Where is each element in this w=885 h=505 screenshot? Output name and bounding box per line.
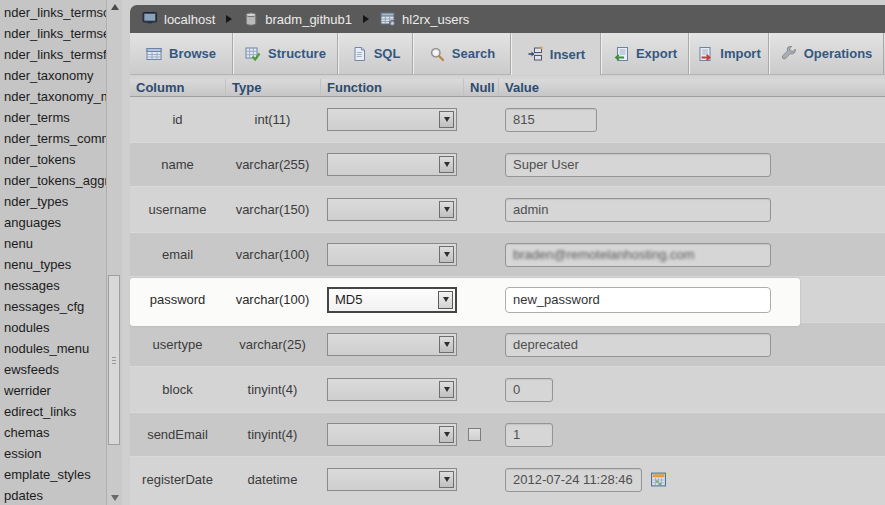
function-select[interactable] [327,243,457,266]
chevron-down-icon[interactable] [439,201,454,218]
table-icon [380,11,396,27]
value-input-text: new_password [513,292,600,307]
tab-import[interactable]: Import [689,33,769,74]
chevron-down-icon[interactable] [439,246,454,263]
calendar-icon[interactable] [650,471,667,488]
browse-icon [146,46,162,62]
tab-label: Browse [169,46,216,61]
column-name-label: name [130,157,225,172]
scrollbar-thumb[interactable] [108,275,120,445]
column-type-label: datetime [225,472,320,487]
value-input[interactable]: deprecated [505,333,771,357]
main-panel: localhost bradm_github1 hl2rx_users Brow… [130,0,885,505]
sidebar-table-item[interactable]: nder_terms_comn [4,128,106,149]
chevron-down-icon[interactable] [439,336,454,353]
breadcrumb-database[interactable]: bradm_github1 [243,11,352,27]
sidebar-table-item[interactable]: nder_links_termse [4,23,106,44]
scroll-up-icon[interactable] [107,0,122,14]
sidebar-table-item[interactable]: edirect_links [4,401,106,422]
function-select[interactable]: MD5 [327,287,457,313]
value-input[interactable]: 1 [505,423,553,447]
function-select[interactable] [327,153,457,176]
value-input[interactable]: Super User [505,153,771,177]
tab-label: Import [720,46,760,61]
sidebar-table-item[interactable]: nder_types [4,191,106,212]
chevron-down-icon[interactable] [439,381,454,398]
sidebar-scrollbar[interactable] [106,0,122,505]
header-type: Type [225,79,320,96]
sidebar-table-item[interactable]: nenu_types [4,254,106,275]
sidebar-table-item[interactable]: nder_links_termsf [4,44,106,65]
chevron-down-icon[interactable] [439,156,454,173]
column-name-label: email [130,247,225,262]
tab-search[interactable]: Search [413,33,511,74]
value-input[interactable]: admin [505,198,771,222]
sidebar-table-item[interactable]: chemas [4,422,106,443]
function-select[interactable] [327,108,457,131]
form-header-row: Column Type Function Null Value [130,79,885,97]
function-select[interactable] [327,333,457,356]
value-input-text: deprecated [513,337,578,352]
scroll-down-icon[interactable] [107,491,122,505]
breadcrumb-server[interactable]: localhost [142,11,215,27]
sidebar-table-item[interactable]: ession [4,443,106,464]
tab-browse[interactable]: Browse [130,33,233,74]
insert-form: Column Type Function Null Value id int(1… [130,76,885,505]
sidebar-table-item[interactable]: nessages_cfg [4,296,106,317]
column-type-label: varchar(100) [225,292,320,307]
tab-structure[interactable]: Structure [233,33,338,74]
chevron-down-icon[interactable] [439,111,454,128]
sidebar-table-item[interactable]: pdates [4,485,106,505]
sidebar-table-item[interactable]: nder_taxonomy_m [4,86,106,107]
function-select[interactable] [327,378,457,401]
column-name-label: sendEmail [130,427,225,442]
null-checkbox[interactable] [468,428,481,441]
value-input[interactable]: 2012-07-24 11:28:46 [505,468,642,492]
sidebar-table-item[interactable]: nder_tokens_aggr [4,170,106,191]
sidebar-table-item[interactable]: nder_links_termsc [4,2,106,23]
search-icon [429,46,445,62]
sidebar-table-item[interactable]: nder_tokens [4,149,106,170]
tab-bar: Browse Structure SQL Search Insert Expor… [130,33,885,75]
sidebar-table-item[interactable]: ewsfeeds [4,359,106,380]
tab-export[interactable]: Export [601,33,689,74]
function-select[interactable] [327,468,457,491]
value-input[interactable]: 815 [505,108,597,132]
sidebar-table-item[interactable]: werrider [4,380,106,401]
sidebar-table-item[interactable]: nodules [4,317,106,338]
sidebar-table-item[interactable]: nessages [4,275,106,296]
chevron-down-icon[interactable] [438,291,453,309]
column-name-label: registerDate [130,472,225,487]
sidebar-table-item[interactable]: nenu [4,233,106,254]
breadcrumb: localhost bradm_github1 hl2rx_users [130,5,885,33]
function-select-value: MD5 [335,289,362,311]
column-name-label: password [130,292,225,307]
insert-form-row: id int(11) 815 [130,97,885,142]
insert-form-row: registerDate datetime 2012-07-24 11:28:4… [130,457,885,502]
breadcrumb-table-label: hl2rx_users [402,12,469,27]
breadcrumb-arrow-icon [363,15,369,23]
tab-insert[interactable]: Insert [511,33,601,75]
column-type-label: varchar(100) [225,247,320,262]
function-select[interactable] [327,198,457,221]
value-input-text: 1 [513,427,520,442]
breadcrumb-table[interactable]: hl2rx_users [380,11,469,27]
sidebar-table-item[interactable]: nder_terms [4,107,106,128]
tab-label: Operations [804,46,873,61]
tab-operations[interactable]: Operations [769,33,884,74]
value-input[interactable]: new_password [505,287,771,313]
chevron-down-icon[interactable] [439,426,454,443]
sidebar-table-item[interactable]: nder_taxonomy [4,65,106,86]
chevron-down-icon[interactable] [439,471,454,488]
tab-sql[interactable]: SQL [338,33,413,74]
sidebar-table-item[interactable]: nodules_menu [4,338,106,359]
sidebar-table-item[interactable]: emplate_styles [4,464,106,485]
breadcrumb-server-label: localhost [164,12,215,27]
function-select[interactable] [327,423,457,446]
value-input[interactable]: 0 [505,378,553,402]
column-type-label: tinyint(4) [225,427,320,442]
insert-form-row: username varchar(150) admin [130,187,885,232]
structure-icon [245,46,261,62]
value-input[interactable]: braden@remotelanhosting.com [505,243,771,267]
sidebar-table-item[interactable]: anguages [4,212,106,233]
